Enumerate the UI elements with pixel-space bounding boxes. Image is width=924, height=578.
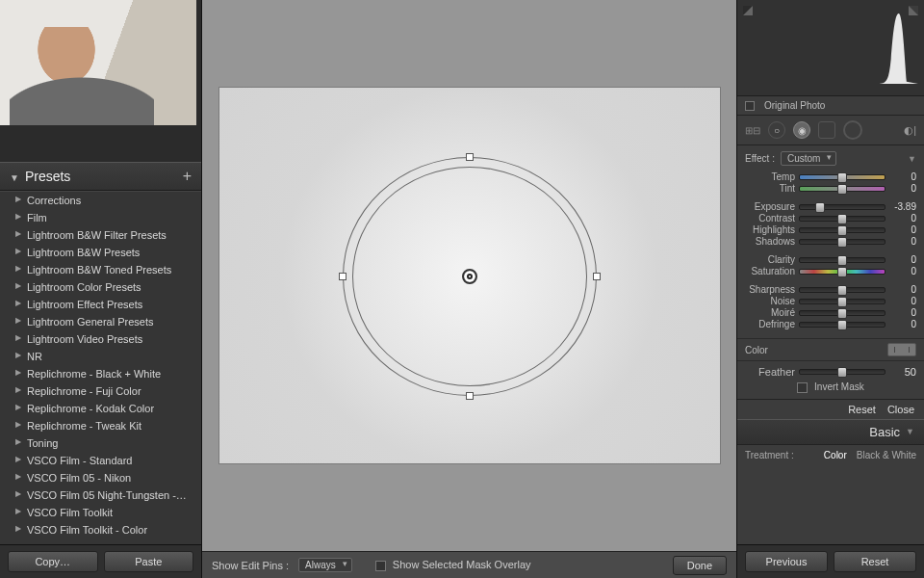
original-photo-checkbox[interactable] xyxy=(745,101,755,111)
preset-folder[interactable]: Lightroom B&W Toned Presets xyxy=(0,261,201,278)
webcam-overlay xyxy=(0,0,196,125)
preset-folder[interactable]: VSCO Film Toolkit xyxy=(0,504,201,521)
slider-knob[interactable] xyxy=(837,237,847,248)
effect-select[interactable]: Custom xyxy=(781,151,836,166)
slider-feather[interactable]: Feather 50 xyxy=(745,366,916,378)
preset-folder[interactable]: Replichrome - Fuji Color xyxy=(0,382,201,400)
preset-folder[interactable]: Lightroom Effect Presets xyxy=(0,296,201,313)
preset-folder[interactable]: Lightroom General Presets xyxy=(0,313,201,330)
mask-tool-brush[interactable] xyxy=(818,121,835,139)
right-footer: Previous Reset xyxy=(737,544,924,578)
slider-exposure[interactable]: Exposure -3.89 xyxy=(745,201,916,212)
slider-clarity[interactable]: Clarity 0 xyxy=(745,254,916,265)
mask-toggle-icon[interactable]: ◐| xyxy=(904,124,916,137)
histogram[interactable] xyxy=(737,0,924,96)
slider-saturation[interactable]: Saturation 0 xyxy=(745,266,916,276)
slider-knob[interactable] xyxy=(837,308,847,319)
radial-handle-right[interactable] xyxy=(593,273,601,280)
treatment-color[interactable]: Color xyxy=(824,450,847,460)
preset-folder[interactable]: Replichrome - Kodak Color xyxy=(0,400,201,417)
slider-contrast[interactable]: Contrast 0 xyxy=(745,213,916,223)
color-swatch[interactable] xyxy=(887,343,916,356)
presets-header[interactable]: ▼Presets + xyxy=(0,162,201,191)
slider-value[interactable]: 0 xyxy=(889,307,916,318)
preset-folder[interactable]: NR xyxy=(0,348,201,365)
slider-defringe[interactable]: Defringe 0 xyxy=(745,319,916,329)
basic-header[interactable]: Basic ▼ xyxy=(737,419,924,444)
slider-value[interactable]: 0 xyxy=(889,183,916,194)
preset-folder[interactable]: Replichrome - Black + White xyxy=(0,365,201,382)
slider-knob[interactable] xyxy=(837,184,847,195)
radial-handle-left[interactable] xyxy=(339,273,346,280)
slider-value[interactable]: 0 xyxy=(889,284,916,295)
mask-new-icon[interactable]: ⊞⊟ xyxy=(745,125,760,136)
slider-value[interactable]: 0 xyxy=(889,236,916,247)
slider-noise[interactable]: Noise 0 xyxy=(745,296,916,306)
slider-knob[interactable] xyxy=(837,225,847,236)
show-edit-pins-select[interactable]: Always xyxy=(298,558,352,572)
slider-value[interactable]: -3.89 xyxy=(889,201,916,212)
mask-tool-edit[interactable]: ◉ xyxy=(793,121,810,139)
invert-mask-checkbox[interactable] xyxy=(797,382,808,393)
image-frame[interactable] xyxy=(219,88,720,463)
preset-folder[interactable]: Lightroom Color Presets xyxy=(0,278,201,296)
treatment-row: Treatment : Color Black & White xyxy=(737,444,924,465)
image-canvas[interactable] xyxy=(202,0,736,551)
slider-tint[interactable]: Tint 0 xyxy=(745,183,916,194)
mask-reset-button[interactable]: Reset xyxy=(848,404,876,415)
preset-folder[interactable]: VSCO Film 05 Night-Tungsten -… xyxy=(0,486,201,504)
slider-knob[interactable] xyxy=(837,367,847,378)
slider-value[interactable]: 50 xyxy=(889,366,916,378)
slider-knob[interactable] xyxy=(837,297,847,307)
mask-tool-new[interactable]: ○ xyxy=(768,121,785,139)
radial-handle-top[interactable] xyxy=(466,153,474,161)
preset-folder[interactable]: Replichrome - Tweak Kit xyxy=(0,417,201,434)
slider-moire[interactable]: Moiré 0 xyxy=(745,307,916,318)
mask-close-button[interactable]: Close xyxy=(887,404,914,415)
preset-folder[interactable]: Toning xyxy=(0,434,201,452)
slider-value[interactable]: 0 xyxy=(889,224,916,235)
slider-value[interactable]: 0 xyxy=(889,213,916,223)
slider-knob[interactable] xyxy=(837,320,847,330)
preset-folder[interactable]: Lightroom B&W Filter Presets xyxy=(0,226,201,244)
slider-sharpness[interactable]: Sharpness 0 xyxy=(745,284,916,295)
slider-knob[interactable] xyxy=(837,255,847,266)
preset-folder[interactable]: Lightroom Video Presets xyxy=(0,330,201,348)
done-button[interactable]: Done xyxy=(673,556,727,575)
preset-folder[interactable]: VSCO Film Toolkit - Color xyxy=(0,521,201,539)
preset-list[interactable]: Corrections Film Lightroom B&W Filter Pr… xyxy=(0,191,201,544)
treatment-bw[interactable]: Black & White xyxy=(857,450,916,460)
reset-button[interactable]: Reset xyxy=(834,551,916,572)
slider-value[interactable]: 0 xyxy=(889,319,916,329)
slider-knob[interactable] xyxy=(837,285,847,296)
mask-tool-radial[interactable] xyxy=(843,120,862,140)
slider-value[interactable]: 0 xyxy=(889,296,916,306)
panel-collapse-icon[interactable]: ▼ xyxy=(908,154,916,164)
slider-value[interactable]: 0 xyxy=(889,266,916,276)
radial-filter-pin[interactable] xyxy=(462,269,477,284)
preset-folder[interactable]: Corrections xyxy=(0,192,201,209)
show-mask-checkbox[interactable] xyxy=(375,561,386,571)
paste-button[interactable]: Paste xyxy=(104,551,194,572)
add-preset-icon[interactable]: + xyxy=(183,171,192,181)
slider-knob[interactable] xyxy=(837,214,847,224)
slider-value[interactable]: 0 xyxy=(889,254,916,265)
slider-highlights[interactable]: Highlights 0 xyxy=(745,224,916,235)
preset-folder[interactable]: VSCO Film 05 - Nikon xyxy=(0,469,201,486)
slider-value[interactable]: 0 xyxy=(889,171,916,182)
slider-knob[interactable] xyxy=(837,172,847,183)
slider-shadows[interactable]: Shadows 0 xyxy=(745,236,916,247)
copy-button[interactable]: Copy… xyxy=(8,551,98,572)
previous-button[interactable]: Previous xyxy=(745,551,828,572)
slider-knob[interactable] xyxy=(815,202,825,213)
slider-knob[interactable] xyxy=(837,267,847,277)
basic-collapse-icon[interactable]: ▼ xyxy=(906,427,914,436)
original-photo-label: Original Photo xyxy=(764,100,825,111)
slider-temp[interactable]: Temp 0 xyxy=(745,171,916,182)
preset-folder[interactable]: Lightroom B&W Presets xyxy=(0,244,201,261)
left-footer: Copy… Paste xyxy=(0,544,201,578)
effect-label: Effect : xyxy=(745,153,775,164)
preset-folder[interactable]: Film xyxy=(0,209,201,226)
preset-folder[interactable]: VSCO Film - Standard xyxy=(0,452,201,469)
radial-handle-bottom[interactable] xyxy=(466,392,474,400)
